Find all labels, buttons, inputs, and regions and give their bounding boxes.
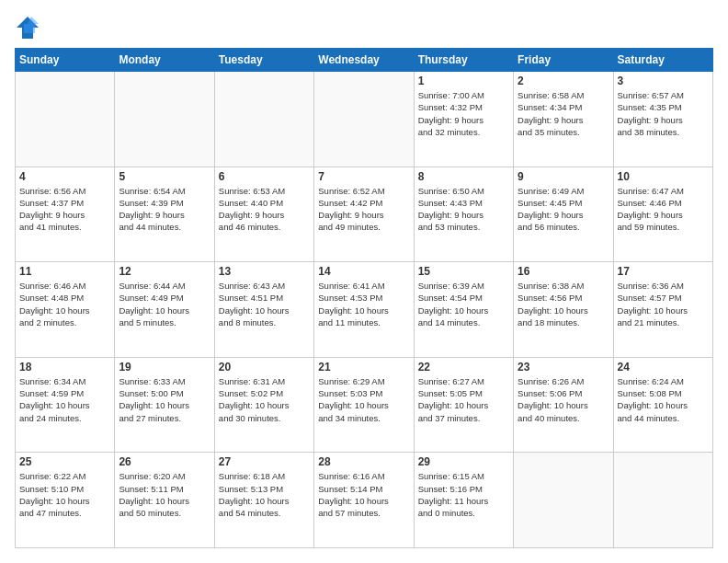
day-number: 12 [119,265,210,278]
day-number: 15 [418,265,509,278]
day-info: Sunrise: 6:44 AM Sunset: 4:49 PM Dayligh… [119,280,210,328]
day-number: 29 [418,455,509,468]
calendar-header-thursday: Thursday [414,49,513,72]
day-number: 25 [19,455,110,468]
calendar-cell: 8Sunrise: 6:50 AM Sunset: 4:43 PM Daylig… [414,167,513,262]
day-number: 28 [318,455,409,468]
day-info: Sunrise: 6:46 AM Sunset: 4:48 PM Dayligh… [19,280,110,328]
calendar-cell [214,72,313,167]
calendar-cell: 5Sunrise: 6:54 AM Sunset: 4:39 PM Daylig… [115,167,214,262]
calendar-cell [115,72,214,167]
day-number: 4 [19,170,110,183]
calendar-cell [613,453,712,548]
day-number: 21 [318,361,409,373]
calendar-cell [314,72,414,167]
day-info: Sunrise: 6:31 AM Sunset: 5:02 PM Dayligh… [219,375,310,424]
calendar-cell: 28Sunrise: 6:16 AM Sunset: 5:14 PM Dayli… [314,453,414,548]
day-info: Sunrise: 6:27 AM Sunset: 5:05 PM Dayligh… [418,375,509,424]
header [15,15,713,40]
day-info: Sunrise: 6:16 AM Sunset: 5:14 PM Dayligh… [318,470,409,519]
calendar-week-4: 18Sunrise: 6:34 AM Sunset: 4:59 PM Dayli… [16,357,713,453]
calendar-cell: 17Sunrise: 6:36 AM Sunset: 4:57 PM Dayli… [613,262,712,358]
day-info: Sunrise: 6:53 AM Sunset: 4:40 PM Dayligh… [219,185,310,234]
page: SundayMondayTuesdayWednesdayThursdayFrid… [0,0,728,563]
day-info: Sunrise: 6:41 AM Sunset: 4:53 PM Dayligh… [318,280,409,328]
calendar-header-friday: Friday [514,49,613,72]
day-number: 16 [518,265,609,278]
calendar-week-1: 1Sunrise: 7:00 AM Sunset: 4:32 PM Daylig… [16,72,713,167]
calendar-cell: 10Sunrise: 6:47 AM Sunset: 4:46 PM Dayli… [613,167,712,262]
calendar-cell: 16Sunrise: 6:38 AM Sunset: 4:56 PM Dayli… [514,262,613,358]
calendar-cell: 13Sunrise: 6:43 AM Sunset: 4:51 PM Dayli… [214,262,313,358]
calendar-header-row: SundayMondayTuesdayWednesdayThursdayFrid… [16,49,713,72]
calendar-cell: 15Sunrise: 6:39 AM Sunset: 4:54 PM Dayli… [414,262,513,358]
calendar-cell: 20Sunrise: 6:31 AM Sunset: 5:02 PM Dayli… [214,357,313,453]
calendar-header-saturday: Saturday [613,49,712,72]
calendar-cell: 14Sunrise: 6:41 AM Sunset: 4:53 PM Dayli… [314,262,414,358]
day-number: 1 [418,75,509,87]
day-info: Sunrise: 6:54 AM Sunset: 4:39 PM Dayligh… [119,185,210,234]
calendar-header-monday: Monday [115,49,214,72]
logo [15,15,44,40]
calendar-cell: 11Sunrise: 6:46 AM Sunset: 4:48 PM Dayli… [16,262,115,358]
logo-icon [15,15,40,40]
calendar-cell: 1Sunrise: 7:00 AM Sunset: 4:32 PM Daylig… [414,72,513,167]
day-info: Sunrise: 6:39 AM Sunset: 4:54 PM Dayligh… [418,280,509,328]
day-number: 17 [618,265,709,278]
calendar-week-5: 25Sunrise: 6:22 AM Sunset: 5:10 PM Dayli… [16,453,713,548]
day-info: Sunrise: 6:15 AM Sunset: 5:16 PM Dayligh… [418,470,509,519]
day-info: Sunrise: 6:57 AM Sunset: 4:35 PM Dayligh… [618,89,709,138]
calendar-cell: 25Sunrise: 6:22 AM Sunset: 5:10 PM Dayli… [16,453,115,548]
day-info: Sunrise: 6:50 AM Sunset: 4:43 PM Dayligh… [418,185,509,234]
calendar-cell: 19Sunrise: 6:33 AM Sunset: 5:00 PM Dayli… [115,357,214,453]
day-info: Sunrise: 6:24 AM Sunset: 5:08 PM Dayligh… [618,375,709,424]
day-number: 24 [618,361,709,373]
calendar-cell: 3Sunrise: 6:57 AM Sunset: 4:35 PM Daylig… [613,72,712,167]
day-info: Sunrise: 6:20 AM Sunset: 5:11 PM Dayligh… [119,470,210,519]
calendar-cell: 2Sunrise: 6:58 AM Sunset: 4:34 PM Daylig… [514,72,613,167]
day-info: Sunrise: 6:29 AM Sunset: 5:03 PM Dayligh… [318,375,409,424]
calendar-cell: 7Sunrise: 6:52 AM Sunset: 4:42 PM Daylig… [314,167,414,262]
day-number: 14 [318,265,409,278]
calendar-week-3: 11Sunrise: 6:46 AM Sunset: 4:48 PM Dayli… [16,262,713,358]
calendar-cell: 6Sunrise: 6:53 AM Sunset: 4:40 PM Daylig… [214,167,313,262]
day-info: Sunrise: 6:49 AM Sunset: 4:45 PM Dayligh… [518,185,609,234]
day-info: Sunrise: 6:22 AM Sunset: 5:10 PM Dayligh… [19,470,110,519]
calendar-header-tuesday: Tuesday [214,49,313,72]
calendar-table: SundayMondayTuesdayWednesdayThursdayFrid… [15,48,713,548]
day-info: Sunrise: 6:56 AM Sunset: 4:37 PM Dayligh… [19,185,110,234]
day-info: Sunrise: 6:34 AM Sunset: 4:59 PM Dayligh… [19,375,110,424]
calendar-header-sunday: Sunday [16,49,115,72]
day-number: 2 [518,75,609,87]
calendar-cell [16,72,115,167]
day-info: Sunrise: 7:00 AM Sunset: 4:32 PM Dayligh… [418,89,509,138]
day-number: 11 [19,265,110,278]
day-info: Sunrise: 6:18 AM Sunset: 5:13 PM Dayligh… [219,470,310,519]
day-number: 23 [518,361,609,373]
day-number: 6 [219,170,310,183]
day-info: Sunrise: 6:36 AM Sunset: 4:57 PM Dayligh… [618,280,709,328]
day-number: 18 [19,361,110,373]
day-number: 13 [219,265,310,278]
day-info: Sunrise: 6:26 AM Sunset: 5:06 PM Dayligh… [518,375,609,424]
day-number: 8 [418,170,509,183]
day-number: 27 [219,455,310,468]
calendar-header-wednesday: Wednesday [314,49,414,72]
day-info: Sunrise: 6:47 AM Sunset: 4:46 PM Dayligh… [618,185,709,234]
day-info: Sunrise: 6:52 AM Sunset: 4:42 PM Dayligh… [318,185,409,234]
calendar-cell: 23Sunrise: 6:26 AM Sunset: 5:06 PM Dayli… [514,357,613,453]
calendar-cell: 4Sunrise: 6:56 AM Sunset: 4:37 PM Daylig… [16,167,115,262]
calendar-cell: 12Sunrise: 6:44 AM Sunset: 4:49 PM Dayli… [115,262,214,358]
day-number: 3 [618,75,709,87]
day-info: Sunrise: 6:38 AM Sunset: 4:56 PM Dayligh… [518,280,609,328]
calendar-cell [514,453,613,548]
calendar-week-2: 4Sunrise: 6:56 AM Sunset: 4:37 PM Daylig… [16,167,713,262]
day-info: Sunrise: 6:58 AM Sunset: 4:34 PM Dayligh… [518,89,609,138]
calendar-cell: 26Sunrise: 6:20 AM Sunset: 5:11 PM Dayli… [115,453,214,548]
day-number: 10 [618,170,709,183]
calendar-cell: 27Sunrise: 6:18 AM Sunset: 5:13 PM Dayli… [214,453,313,548]
day-info: Sunrise: 6:33 AM Sunset: 5:00 PM Dayligh… [119,375,210,424]
calendar-cell: 24Sunrise: 6:24 AM Sunset: 5:08 PM Dayli… [613,357,712,453]
calendar-cell: 29Sunrise: 6:15 AM Sunset: 5:16 PM Dayli… [414,453,513,548]
day-number: 22 [418,361,509,373]
